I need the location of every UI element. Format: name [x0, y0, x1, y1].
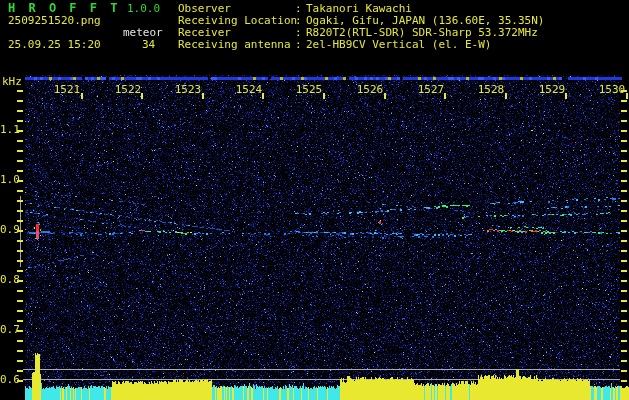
- station-info: Observer:Takanori Kawachi Receiving Loca…: [178, 3, 544, 51]
- freq-tick-label: 0.8: [0, 274, 18, 286]
- app-version: 1.0.0: [127, 3, 160, 15]
- hrofft-window: H R O F F T 1.0.0 2509251520.png meteor …: [0, 0, 629, 400]
- timestamp: 25.09.25 15:20: [8, 39, 101, 51]
- time-tick-label: 1527: [417, 84, 445, 96]
- freq-tick-label: 1.0: [0, 174, 18, 186]
- time-tick-label: 1525: [295, 84, 323, 96]
- app-title: H R O F F T: [8, 2, 120, 14]
- info-value: 2el-HB9CV Vertical (el. E-W): [306, 38, 491, 51]
- time-tick-label: 1528: [477, 84, 505, 96]
- freq-tick-label: 0.7: [0, 324, 18, 336]
- info-label: Receiving antenna: [178, 39, 295, 51]
- time-tick-label: 1523: [174, 84, 202, 96]
- freq-axis-unit: kHz: [2, 76, 22, 88]
- time-tick-label: 1522: [114, 84, 142, 96]
- meteor-count: 34: [142, 39, 155, 51]
- output-filename: 2509251520.png: [8, 15, 101, 27]
- spectrogram-canvas: [0, 0, 629, 400]
- info-row-antenna: Receiving antenna:2el-HB9CV Vertical (el…: [178, 39, 544, 51]
- freq-tick-label: 0.6: [0, 374, 18, 386]
- time-tick-label: 1530: [598, 84, 626, 96]
- time-tick-label: 1529: [538, 84, 566, 96]
- time-tick-label: 1521: [53, 84, 81, 96]
- freq-tick-label: 0.9: [0, 224, 18, 236]
- time-tick-label: 1524: [235, 84, 263, 96]
- time-tick-label: 1526: [356, 84, 384, 96]
- freq-tick-label: 1.1: [0, 124, 18, 136]
